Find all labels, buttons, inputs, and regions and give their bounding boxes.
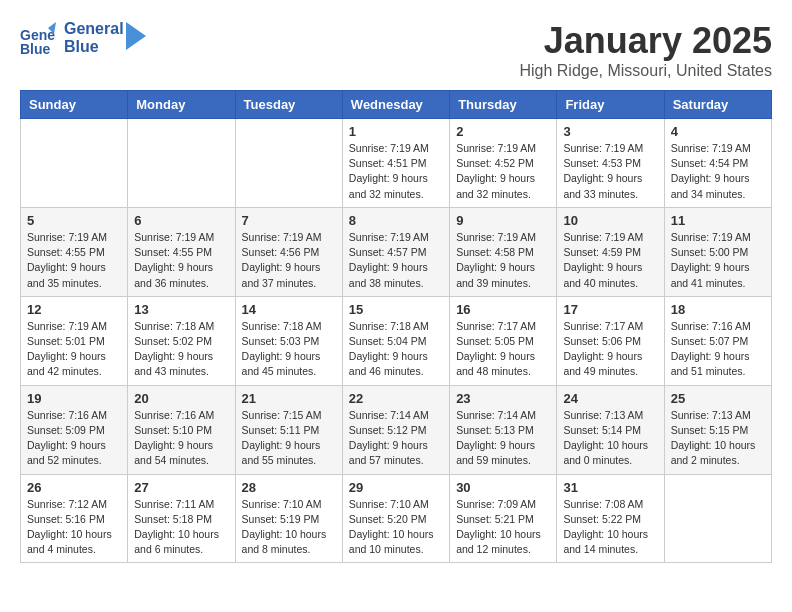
day-number: 10 xyxy=(563,213,657,228)
day-info: Sunrise: 7:19 AM Sunset: 4:53 PM Dayligh… xyxy=(563,141,657,202)
calendar-week-row: 5Sunrise: 7:19 AM Sunset: 4:55 PM Daylig… xyxy=(21,207,772,296)
day-number: 5 xyxy=(27,213,121,228)
calendar-day-cell: 18Sunrise: 7:16 AM Sunset: 5:07 PM Dayli… xyxy=(664,296,771,385)
day-info: Sunrise: 7:13 AM Sunset: 5:14 PM Dayligh… xyxy=(563,408,657,469)
day-number: 2 xyxy=(456,124,550,139)
location: High Ridge, Missouri, United States xyxy=(519,62,772,80)
calendar-day-cell: 8Sunrise: 7:19 AM Sunset: 4:57 PM Daylig… xyxy=(342,207,449,296)
title-block: January 2025 High Ridge, Missouri, Unite… xyxy=(519,20,772,80)
day-info: Sunrise: 7:12 AM Sunset: 5:16 PM Dayligh… xyxy=(27,497,121,558)
day-info: Sunrise: 7:10 AM Sunset: 5:19 PM Dayligh… xyxy=(242,497,336,558)
calendar-day-cell: 3Sunrise: 7:19 AM Sunset: 4:53 PM Daylig… xyxy=(557,119,664,208)
calendar-day-cell: 25Sunrise: 7:13 AM Sunset: 5:15 PM Dayli… xyxy=(664,385,771,474)
day-number: 21 xyxy=(242,391,336,406)
day-info: Sunrise: 7:16 AM Sunset: 5:10 PM Dayligh… xyxy=(134,408,228,469)
day-number: 18 xyxy=(671,302,765,317)
calendar-day-cell: 4Sunrise: 7:19 AM Sunset: 4:54 PM Daylig… xyxy=(664,119,771,208)
svg-marker-3 xyxy=(126,22,146,50)
weekday-header: Monday xyxy=(128,91,235,119)
day-info: Sunrise: 7:16 AM Sunset: 5:07 PM Dayligh… xyxy=(671,319,765,380)
day-number: 24 xyxy=(563,391,657,406)
calendar-week-row: 19Sunrise: 7:16 AM Sunset: 5:09 PM Dayli… xyxy=(21,385,772,474)
day-info: Sunrise: 7:19 AM Sunset: 4:55 PM Dayligh… xyxy=(27,230,121,291)
day-info: Sunrise: 7:16 AM Sunset: 5:09 PM Dayligh… xyxy=(27,408,121,469)
calendar-day-cell xyxy=(21,119,128,208)
day-info: Sunrise: 7:19 AM Sunset: 4:59 PM Dayligh… xyxy=(563,230,657,291)
day-number: 19 xyxy=(27,391,121,406)
calendar-day-cell: 28Sunrise: 7:10 AM Sunset: 5:19 PM Dayli… xyxy=(235,474,342,563)
calendar-day-cell: 16Sunrise: 7:17 AM Sunset: 5:05 PM Dayli… xyxy=(450,296,557,385)
day-info: Sunrise: 7:19 AM Sunset: 4:55 PM Dayligh… xyxy=(134,230,228,291)
day-number: 13 xyxy=(134,302,228,317)
day-info: Sunrise: 7:17 AM Sunset: 5:05 PM Dayligh… xyxy=(456,319,550,380)
day-info: Sunrise: 7:19 AM Sunset: 4:54 PM Dayligh… xyxy=(671,141,765,202)
calendar-day-cell: 24Sunrise: 7:13 AM Sunset: 5:14 PM Dayli… xyxy=(557,385,664,474)
day-number: 15 xyxy=(349,302,443,317)
calendar-day-cell: 12Sunrise: 7:19 AM Sunset: 5:01 PM Dayli… xyxy=(21,296,128,385)
day-number: 14 xyxy=(242,302,336,317)
svg-text:Blue: Blue xyxy=(20,41,51,56)
day-number: 3 xyxy=(563,124,657,139)
day-number: 30 xyxy=(456,480,550,495)
day-number: 25 xyxy=(671,391,765,406)
day-number: 26 xyxy=(27,480,121,495)
weekday-header: Sunday xyxy=(21,91,128,119)
page-header: General Blue General Blue January 2025 H… xyxy=(20,20,772,80)
day-info: Sunrise: 7:13 AM Sunset: 5:15 PM Dayligh… xyxy=(671,408,765,469)
calendar-day-cell: 2Sunrise: 7:19 AM Sunset: 4:52 PM Daylig… xyxy=(450,119,557,208)
day-number: 9 xyxy=(456,213,550,228)
calendar-day-cell: 26Sunrise: 7:12 AM Sunset: 5:16 PM Dayli… xyxy=(21,474,128,563)
weekday-header-row: SundayMondayTuesdayWednesdayThursdayFrid… xyxy=(21,91,772,119)
logo-icon: General Blue xyxy=(20,20,56,56)
calendar-day-cell: 31Sunrise: 7:08 AM Sunset: 5:22 PM Dayli… xyxy=(557,474,664,563)
day-info: Sunrise: 7:19 AM Sunset: 4:52 PM Dayligh… xyxy=(456,141,550,202)
day-info: Sunrise: 7:11 AM Sunset: 5:18 PM Dayligh… xyxy=(134,497,228,558)
day-number: 28 xyxy=(242,480,336,495)
day-number: 1 xyxy=(349,124,443,139)
day-number: 23 xyxy=(456,391,550,406)
day-number: 6 xyxy=(134,213,228,228)
day-info: Sunrise: 7:14 AM Sunset: 5:12 PM Dayligh… xyxy=(349,408,443,469)
weekday-header: Saturday xyxy=(664,91,771,119)
calendar-day-cell: 19Sunrise: 7:16 AM Sunset: 5:09 PM Dayli… xyxy=(21,385,128,474)
day-number: 8 xyxy=(349,213,443,228)
calendar-day-cell: 1Sunrise: 7:19 AM Sunset: 4:51 PM Daylig… xyxy=(342,119,449,208)
day-info: Sunrise: 7:19 AM Sunset: 5:00 PM Dayligh… xyxy=(671,230,765,291)
weekday-header: Wednesday xyxy=(342,91,449,119)
day-info: Sunrise: 7:18 AM Sunset: 5:03 PM Dayligh… xyxy=(242,319,336,380)
day-number: 22 xyxy=(349,391,443,406)
calendar-day-cell xyxy=(128,119,235,208)
day-info: Sunrise: 7:14 AM Sunset: 5:13 PM Dayligh… xyxy=(456,408,550,469)
weekday-header: Friday xyxy=(557,91,664,119)
calendar-day-cell: 9Sunrise: 7:19 AM Sunset: 4:58 PM Daylig… xyxy=(450,207,557,296)
day-info: Sunrise: 7:19 AM Sunset: 5:01 PM Dayligh… xyxy=(27,319,121,380)
month-title: January 2025 xyxy=(519,20,772,62)
day-number: 29 xyxy=(349,480,443,495)
day-number: 4 xyxy=(671,124,765,139)
calendar-table: SundayMondayTuesdayWednesdayThursdayFrid… xyxy=(20,90,772,563)
day-number: 17 xyxy=(563,302,657,317)
calendar-day-cell: 7Sunrise: 7:19 AM Sunset: 4:56 PM Daylig… xyxy=(235,207,342,296)
calendar-day-cell: 11Sunrise: 7:19 AM Sunset: 5:00 PM Dayli… xyxy=(664,207,771,296)
day-number: 11 xyxy=(671,213,765,228)
logo-line2: Blue xyxy=(64,38,124,56)
calendar-week-row: 26Sunrise: 7:12 AM Sunset: 5:16 PM Dayli… xyxy=(21,474,772,563)
day-number: 7 xyxy=(242,213,336,228)
calendar-week-row: 12Sunrise: 7:19 AM Sunset: 5:01 PM Dayli… xyxy=(21,296,772,385)
logo-line1: General xyxy=(64,20,124,38)
day-number: 16 xyxy=(456,302,550,317)
calendar-day-cell: 6Sunrise: 7:19 AM Sunset: 4:55 PM Daylig… xyxy=(128,207,235,296)
day-info: Sunrise: 7:15 AM Sunset: 5:11 PM Dayligh… xyxy=(242,408,336,469)
calendar-day-cell: 15Sunrise: 7:18 AM Sunset: 5:04 PM Dayli… xyxy=(342,296,449,385)
day-info: Sunrise: 7:17 AM Sunset: 5:06 PM Dayligh… xyxy=(563,319,657,380)
weekday-header: Thursday xyxy=(450,91,557,119)
day-number: 12 xyxy=(27,302,121,317)
day-info: Sunrise: 7:19 AM Sunset: 4:57 PM Dayligh… xyxy=(349,230,443,291)
calendar-day-cell: 29Sunrise: 7:10 AM Sunset: 5:20 PM Dayli… xyxy=(342,474,449,563)
day-number: 20 xyxy=(134,391,228,406)
day-info: Sunrise: 7:09 AM Sunset: 5:21 PM Dayligh… xyxy=(456,497,550,558)
calendar-day-cell: 5Sunrise: 7:19 AM Sunset: 4:55 PM Daylig… xyxy=(21,207,128,296)
calendar-day-cell: 10Sunrise: 7:19 AM Sunset: 4:59 PM Dayli… xyxy=(557,207,664,296)
calendar-day-cell: 20Sunrise: 7:16 AM Sunset: 5:10 PM Dayli… xyxy=(128,385,235,474)
day-info: Sunrise: 7:19 AM Sunset: 4:51 PM Dayligh… xyxy=(349,141,443,202)
